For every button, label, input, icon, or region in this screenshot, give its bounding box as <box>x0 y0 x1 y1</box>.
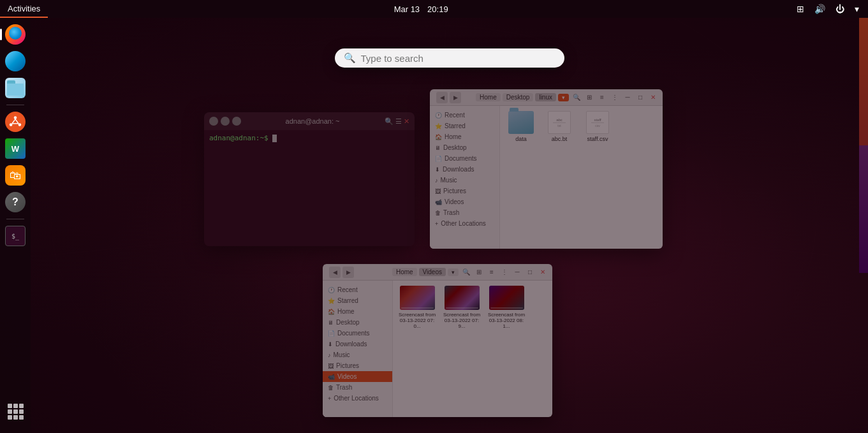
svg-point-17 <box>10 123 13 126</box>
search-input-wrap: 🔍 <box>335 48 564 68</box>
dock-item-ubuntu[interactable] <box>4 110 27 133</box>
dock-item-thunderbird[interactable] <box>4 50 27 73</box>
topbar-right: ⊞ 🔊 ⏻ ▾ <box>794 3 868 15</box>
ubuntu-icon <box>5 112 26 132</box>
activities-button[interactable]: Activities <box>0 0 48 18</box>
search-input[interactable] <box>361 53 555 64</box>
network-icon[interactable]: ⊞ <box>794 3 807 15</box>
svg-point-16 <box>14 116 17 119</box>
terminal-dock-icon: $_ <box>5 226 26 246</box>
topbar: Activities Mar 13 20:19 ⊞ 🔊 ⏻ ▾ <box>0 0 868 18</box>
dock-item-libreoffice[interactable]: W <box>4 137 27 160</box>
help-icon: ? <box>5 192 26 212</box>
dock-separator <box>6 105 24 105</box>
dock: W 🛍 ? $_ <box>0 18 31 433</box>
system-menu-icon[interactable]: ▾ <box>852 3 862 15</box>
volume-icon[interactable]: 🔊 <box>812 3 828 15</box>
dock-item-terminal[interactable]: $_ <box>4 224 27 247</box>
topbar-center: Mar 13 20:19 <box>48 4 794 14</box>
dock-item-firefox[interactable] <box>4 23 27 46</box>
apps-grid-icon <box>8 404 24 420</box>
search-icon: 🔍 <box>344 52 356 64</box>
software-icon: 🛍 <box>5 165 26 186</box>
dock-item-help[interactable]: ? <box>4 191 27 214</box>
dock-item-files[interactable] <box>4 77 27 99</box>
dock-item-software[interactable]: 🛍 <box>4 164 27 187</box>
topbar-time: 20:19 <box>427 4 448 14</box>
search-bar: 🔍 <box>335 48 564 68</box>
power-icon[interactable]: ⏻ <box>833 3 847 15</box>
thunderbird-icon <box>5 51 26 71</box>
apps-grid-button[interactable] <box>4 400 27 423</box>
topbar-date: Mar 13 <box>394 4 420 14</box>
dock-separator-2 <box>6 219 24 219</box>
firefox-icon <box>5 24 26 45</box>
svg-point-18 <box>18 123 22 126</box>
libreoffice-icon: W <box>5 138 26 159</box>
